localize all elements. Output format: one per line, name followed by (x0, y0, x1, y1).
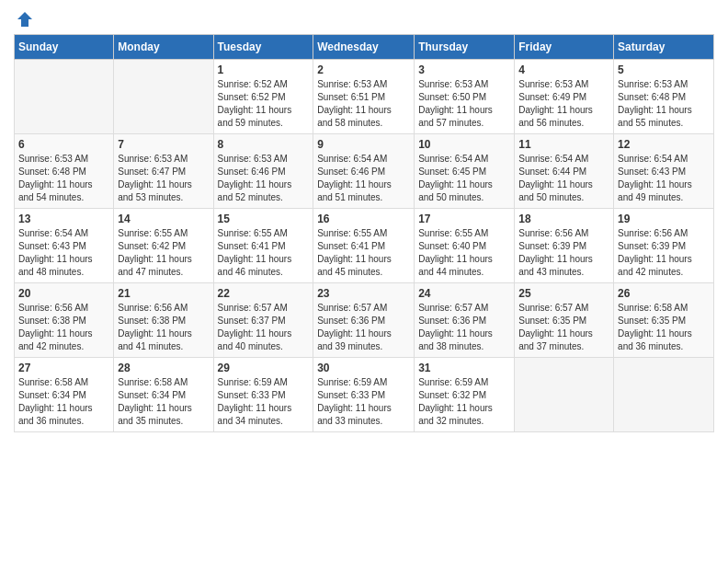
svg-marker-0 (17, 12, 32, 27)
day-info: Sunrise: 6:53 AM Sunset: 6:46 PM Dayligh… (218, 153, 310, 204)
day-number: 1 (218, 63, 310, 76)
header-monday: Monday (114, 35, 213, 60)
day-number: 13 (18, 213, 109, 225)
calendar-week-1: 1Sunrise: 6:52 AM Sunset: 6:52 PM Daylig… (15, 60, 714, 134)
page-header (14, 14, 714, 25)
calendar-cell: 27Sunrise: 6:58 AM Sunset: 6:34 PM Dayli… (15, 358, 114, 432)
day-number: 14 (118, 213, 209, 225)
header-friday: Friday (515, 35, 614, 60)
calendar-cell: 15Sunrise: 6:55 AM Sunset: 6:41 PM Dayli… (213, 209, 313, 283)
day-number: 30 (317, 362, 410, 374)
day-info: Sunrise: 6:56 AM Sunset: 6:38 PM Dayligh… (18, 302, 109, 353)
calendar-cell: 11Sunrise: 6:54 AM Sunset: 6:44 PM Dayli… (515, 134, 614, 209)
logo (14, 14, 34, 25)
day-number: 15 (218, 213, 310, 225)
day-number: 10 (418, 138, 510, 151)
calendar-cell: 10Sunrise: 6:54 AM Sunset: 6:45 PM Dayli… (415, 134, 515, 209)
day-number: 31 (418, 362, 510, 374)
day-info: Sunrise: 6:57 AM Sunset: 6:35 PM Dayligh… (518, 302, 609, 353)
calendar-cell: 7Sunrise: 6:53 AM Sunset: 6:47 PM Daylig… (114, 134, 213, 209)
day-info: Sunrise: 6:59 AM Sunset: 6:33 PM Dayligh… (317, 376, 410, 428)
day-number: 20 (18, 287, 109, 300)
day-info: Sunrise: 6:55 AM Sunset: 6:40 PM Dayligh… (418, 227, 510, 279)
day-number: 12 (618, 138, 710, 151)
day-number: 17 (418, 213, 510, 225)
day-info: Sunrise: 6:53 AM Sunset: 6:47 PM Dayligh… (118, 153, 209, 204)
calendar-cell: 2Sunrise: 6:53 AM Sunset: 6:51 PM Daylig… (313, 60, 415, 134)
header-wednesday: Wednesday (313, 35, 415, 60)
calendar-cell: 28Sunrise: 6:58 AM Sunset: 6:34 PM Dayli… (114, 358, 213, 432)
day-info: Sunrise: 6:53 AM Sunset: 6:48 PM Dayligh… (18, 153, 109, 204)
calendar-table: SundayMondayTuesdayWednesdayThursdayFrid… (14, 34, 714, 432)
header-tuesday: Tuesday (213, 35, 313, 60)
calendar-cell: 1Sunrise: 6:52 AM Sunset: 6:52 PM Daylig… (213, 60, 313, 134)
day-info: Sunrise: 6:54 AM Sunset: 6:46 PM Dayligh… (317, 153, 410, 204)
day-info: Sunrise: 6:55 AM Sunset: 6:42 PM Dayligh… (118, 227, 209, 279)
calendar-cell (114, 60, 213, 134)
calendar-cell: 8Sunrise: 6:53 AM Sunset: 6:46 PM Daylig… (213, 134, 313, 209)
day-info: Sunrise: 6:56 AM Sunset: 6:39 PM Dayligh… (518, 227, 609, 279)
day-info: Sunrise: 6:53 AM Sunset: 6:50 PM Dayligh… (418, 78, 510, 130)
day-info: Sunrise: 6:53 AM Sunset: 6:51 PM Dayligh… (317, 78, 410, 130)
day-number: 29 (218, 362, 310, 374)
day-info: Sunrise: 6:58 AM Sunset: 6:34 PM Dayligh… (118, 376, 209, 428)
day-number: 25 (518, 287, 609, 300)
calendar-cell: 16Sunrise: 6:55 AM Sunset: 6:41 PM Dayli… (313, 209, 415, 283)
day-number: 6 (18, 138, 109, 151)
calendar-cell: 9Sunrise: 6:54 AM Sunset: 6:46 PM Daylig… (313, 134, 415, 209)
day-info: Sunrise: 6:55 AM Sunset: 6:41 PM Dayligh… (317, 227, 410, 279)
header-saturday: Saturday (614, 35, 714, 60)
day-info: Sunrise: 6:55 AM Sunset: 6:41 PM Dayligh… (218, 227, 310, 279)
day-info: Sunrise: 6:54 AM Sunset: 6:44 PM Dayligh… (518, 153, 609, 204)
day-number: 3 (418, 63, 510, 76)
day-number: 21 (118, 287, 209, 300)
calendar-cell (515, 358, 614, 432)
day-info: Sunrise: 6:57 AM Sunset: 6:36 PM Dayligh… (418, 302, 510, 353)
day-info: Sunrise: 6:54 AM Sunset: 6:43 PM Dayligh… (18, 227, 109, 279)
calendar-cell: 30Sunrise: 6:59 AM Sunset: 6:33 PM Dayli… (313, 358, 415, 432)
calendar-cell: 17Sunrise: 6:55 AM Sunset: 6:40 PM Dayli… (415, 209, 515, 283)
calendar-cell: 4Sunrise: 6:53 AM Sunset: 6:49 PM Daylig… (515, 60, 614, 134)
day-info: Sunrise: 6:59 AM Sunset: 6:32 PM Dayligh… (418, 376, 510, 428)
header-sunday: Sunday (15, 35, 114, 60)
calendar-header-row: SundayMondayTuesdayWednesdayThursdayFrid… (15, 35, 714, 60)
day-info: Sunrise: 6:53 AM Sunset: 6:49 PM Dayligh… (518, 78, 609, 130)
calendar-cell: 31Sunrise: 6:59 AM Sunset: 6:32 PM Dayli… (415, 358, 515, 432)
calendar-cell (614, 358, 714, 432)
day-number: 2 (317, 63, 410, 76)
day-number: 7 (118, 138, 209, 151)
day-number: 8 (218, 138, 310, 151)
day-number: 27 (18, 362, 109, 374)
calendar-cell: 5Sunrise: 6:53 AM Sunset: 6:48 PM Daylig… (614, 60, 714, 134)
header-thursday: Thursday (415, 35, 515, 60)
calendar-cell: 18Sunrise: 6:56 AM Sunset: 6:39 PM Dayli… (515, 209, 614, 283)
day-number: 19 (618, 213, 710, 225)
calendar-week-3: 13Sunrise: 6:54 AM Sunset: 6:43 PM Dayli… (15, 209, 714, 283)
calendar-cell: 21Sunrise: 6:56 AM Sunset: 6:38 PM Dayli… (114, 283, 213, 358)
day-info: Sunrise: 6:57 AM Sunset: 6:36 PM Dayligh… (317, 302, 410, 353)
day-info: Sunrise: 6:56 AM Sunset: 6:38 PM Dayligh… (118, 302, 209, 353)
calendar-cell: 6Sunrise: 6:53 AM Sunset: 6:48 PM Daylig… (15, 134, 114, 209)
day-number: 16 (317, 213, 410, 225)
calendar-cell: 26Sunrise: 6:58 AM Sunset: 6:35 PM Dayli… (614, 283, 714, 358)
day-info: Sunrise: 6:58 AM Sunset: 6:34 PM Dayligh… (18, 376, 109, 428)
logo-icon (16, 10, 34, 29)
day-info: Sunrise: 6:56 AM Sunset: 6:39 PM Dayligh… (618, 227, 710, 279)
calendar-cell: 25Sunrise: 6:57 AM Sunset: 6:35 PM Dayli… (515, 283, 614, 358)
day-info: Sunrise: 6:52 AM Sunset: 6:52 PM Dayligh… (218, 78, 310, 130)
day-info: Sunrise: 6:58 AM Sunset: 6:35 PM Dayligh… (618, 302, 710, 353)
calendar-cell: 3Sunrise: 6:53 AM Sunset: 6:50 PM Daylig… (415, 60, 515, 134)
calendar-cell: 13Sunrise: 6:54 AM Sunset: 6:43 PM Dayli… (15, 209, 114, 283)
day-info: Sunrise: 6:57 AM Sunset: 6:37 PM Dayligh… (218, 302, 310, 353)
calendar-cell: 14Sunrise: 6:55 AM Sunset: 6:42 PM Dayli… (114, 209, 213, 283)
day-number: 22 (218, 287, 310, 300)
day-number: 24 (418, 287, 510, 300)
calendar-week-2: 6Sunrise: 6:53 AM Sunset: 6:48 PM Daylig… (15, 134, 714, 209)
day-number: 5 (618, 63, 710, 76)
day-number: 28 (118, 362, 209, 374)
day-info: Sunrise: 6:53 AM Sunset: 6:48 PM Dayligh… (618, 78, 710, 130)
day-number: 23 (317, 287, 410, 300)
day-info: Sunrise: 6:54 AM Sunset: 6:43 PM Dayligh… (618, 153, 710, 204)
calendar-cell: 24Sunrise: 6:57 AM Sunset: 6:36 PM Dayli… (415, 283, 515, 358)
day-number: 26 (618, 287, 710, 300)
